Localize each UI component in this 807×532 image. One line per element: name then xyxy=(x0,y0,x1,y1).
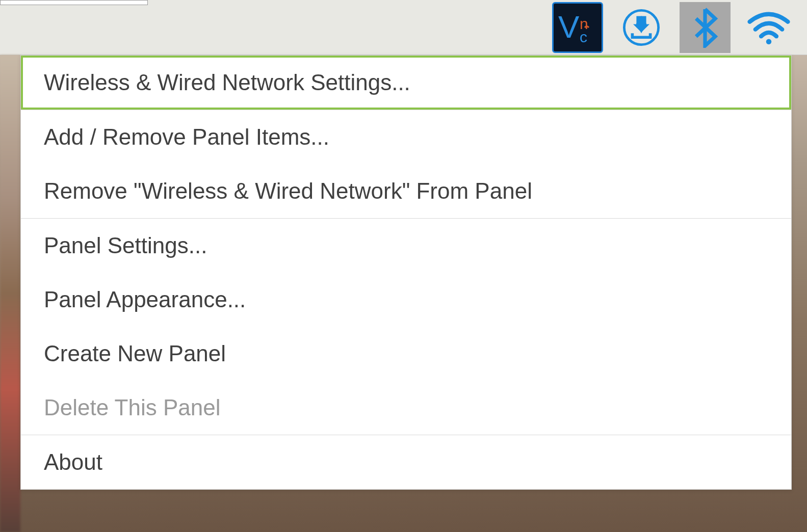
menu-item-panel-appearance[interactable]: Panel Appearance... xyxy=(21,273,791,327)
menu-item-label: Create New Panel xyxy=(44,341,226,366)
menu-item-delete-panel: Delete This Panel xyxy=(21,381,791,435)
menu-item-panel-settings[interactable]: Panel Settings... xyxy=(21,219,791,273)
svg-point-5 xyxy=(766,39,772,44)
wifi-icon[interactable] xyxy=(746,5,792,50)
menu-item-label: About xyxy=(44,449,102,474)
vnc-icon[interactable]: V n c xyxy=(552,2,603,53)
bluetooth-icon[interactable] xyxy=(680,2,731,53)
menu-item-add-remove-panel[interactable]: Add / Remove Panel Items... xyxy=(21,110,791,164)
menu-item-label: Panel Settings... xyxy=(44,233,207,258)
panel-context-menu: Wireless & Wired Network Settings... Add… xyxy=(20,55,792,490)
window-fragment xyxy=(0,0,148,5)
menu-item-label: Add / Remove Panel Items... xyxy=(44,124,329,149)
menu-item-remove-from-panel[interactable]: Remove "Wireless & Wired Network" From P… xyxy=(21,164,791,218)
menu-item-label: Panel Appearance... xyxy=(44,287,246,312)
menu-item-network-settings[interactable]: Wireless & Wired Network Settings... xyxy=(21,56,791,110)
system-panel: V n c xyxy=(0,0,807,55)
download-icon[interactable] xyxy=(618,5,664,50)
menu-item-label: Delete This Panel xyxy=(44,395,221,420)
svg-text:V: V xyxy=(558,10,580,44)
menu-item-create-panel[interactable]: Create New Panel xyxy=(21,327,791,381)
desktop-background-sliver xyxy=(0,55,20,532)
menu-item-label: Wireless & Wired Network Settings... xyxy=(44,70,410,95)
menu-item-about[interactable]: About xyxy=(21,435,791,489)
menu-item-label: Remove "Wireless & Wired Network" From P… xyxy=(44,178,532,203)
svg-text:c: c xyxy=(580,29,587,45)
